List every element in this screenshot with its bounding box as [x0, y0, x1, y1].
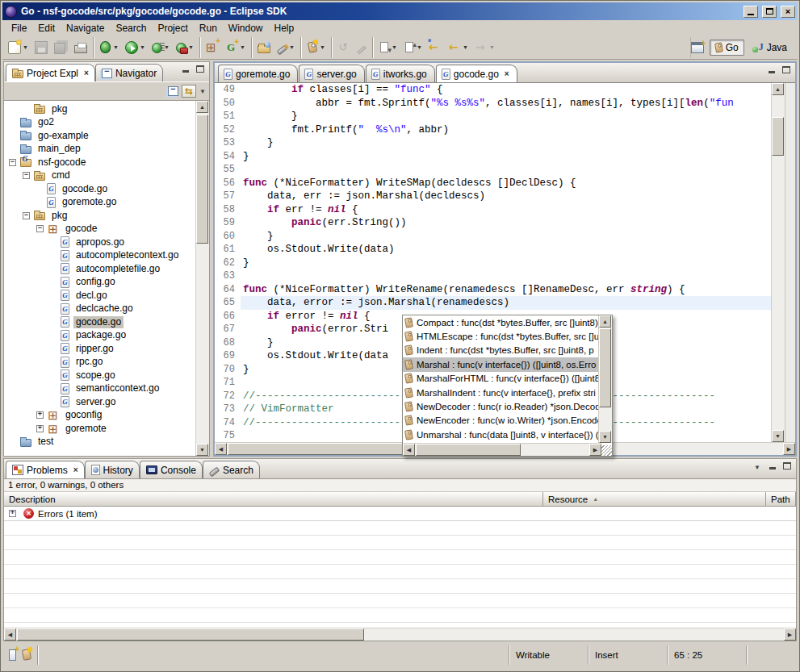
tree-item-go-example[interactable]: go-example	[4, 129, 195, 143]
perspective-go[interactable]: Go	[710, 40, 744, 56]
view-tab-project-expl[interactable]: Project Expl×	[6, 64, 95, 81]
maximize-view-button[interactable]	[780, 65, 792, 75]
open-perspective-icon[interactable]	[691, 42, 704, 53]
minimize-view-button[interactable]	[765, 65, 777, 75]
view-tab-navigator[interactable]: Navigator	[95, 64, 163, 81]
menu-edit[interactable]: Edit	[32, 21, 61, 35]
view-menu-icon[interactable]: ▼	[754, 464, 760, 471]
debug-dropdown-icon[interactable]: ▼	[113, 44, 119, 50]
new-go-application-dropdown-icon[interactable]: ▼	[240, 44, 245, 50]
menu-search[interactable]: Search	[110, 21, 152, 35]
run-button[interactable]: ▼	[122, 38, 149, 57]
completion-item[interactable]: Indent : func(dst *bytes.Buffer, src []u…	[403, 344, 598, 357]
tree-item-config-go[interactable]: config.go	[4, 276, 195, 290]
scroll-left-icon[interactable]: ◀	[4, 628, 16, 641]
tree-item-gocode-go[interactable]: gocode.go	[4, 182, 195, 196]
column-resource[interactable]: Resource▲	[543, 492, 766, 507]
tree-item-gocode[interactable]: −gocode	[4, 223, 195, 236]
scroll-down-icon[interactable]: ▼	[772, 430, 784, 442]
completion-item[interactable]: MarshalForHTML : func(v interface{}) ([]…	[403, 372, 598, 386]
collapse-toggle[interactable]: −	[9, 159, 16, 166]
popup-vertical-scrollbar[interactable]: ▲ ▼	[598, 315, 612, 443]
open-task-dropdown-icon[interactable]: ▼	[320, 44, 325, 50]
problems-hscroll-thumb[interactable]	[17, 628, 364, 641]
menu-window[interactable]: Window	[223, 21, 269, 35]
run-dropdown-icon[interactable]: ▼	[140, 44, 145, 50]
menu-help[interactable]: Help	[269, 21, 300, 35]
tree-item-go2[interactable]: go2	[4, 116, 195, 130]
column-description[interactable]: Description	[4, 492, 543, 507]
open-task-button[interactable]: ▼	[304, 38, 329, 57]
print-button[interactable]	[71, 38, 90, 57]
next-annotation-dropdown-icon[interactable]: ▼	[392, 44, 397, 50]
run-history-button[interactable]: ▼	[149, 38, 173, 57]
tree-scroll-thumb[interactable]	[196, 115, 208, 244]
tree-item-nsf-gocode[interactable]: −nsf-gocode	[4, 156, 195, 169]
link-with-editor-icon[interactable]	[182, 85, 196, 98]
scroll-right-icon[interactable]: ▶	[589, 444, 601, 456]
scroll-left-icon[interactable]: ◀	[403, 444, 415, 456]
scroll-down-icon[interactable]: ▼	[599, 431, 611, 443]
scroll-down-icon[interactable]: ▼	[196, 444, 208, 456]
back-dropdown-icon[interactable]: ▼	[463, 44, 468, 50]
completion-item[interactable]: NewDecoder : func(r io.Reader) *json.Dec…	[403, 399, 598, 413]
completion-item[interactable]: Marshal : func(v interface{}) ([]uint8, …	[403, 357, 598, 371]
view-tab-history[interactable]: History	[85, 461, 140, 478]
previous-annotation-button[interactable]: ▼	[400, 38, 425, 57]
open-resource-button[interactable]	[254, 38, 274, 57]
new-go-package-button[interactable]	[203, 38, 222, 57]
debug-button[interactable]: ▼	[96, 38, 122, 57]
next-annotation-button[interactable]: ▼	[375, 38, 400, 57]
tree-item-test[interactable]: test	[4, 436, 195, 449]
collapse-toggle[interactable]: −	[23, 172, 30, 179]
maximize-view-button[interactable]	[194, 64, 206, 74]
maximize-view-button[interactable]	[781, 461, 793, 471]
menu-file[interactable]: File	[6, 21, 32, 35]
tree-item-ripper-go[interactable]: ripper.go	[4, 342, 195, 356]
tree-item-goconfig[interactable]: +goconfig	[4, 409, 195, 423]
minimize-view-button[interactable]	[179, 64, 191, 74]
menu-navigate[interactable]: Navigate	[61, 21, 110, 35]
overview-ruler[interactable]	[785, 83, 795, 442]
close-tab-icon[interactable]: ×	[73, 466, 78, 474]
scroll-up-icon[interactable]: ▲	[196, 101, 208, 113]
completion-item[interactable]: Compact : func(dst *bytes.Buffer, src []…	[403, 315, 598, 329]
tree-item-rpc-go[interactable]: rpc.go	[4, 356, 195, 369]
editor-tab-itworks-go[interactable]: itworks.go	[366, 65, 435, 82]
popup-hscroll-thumb[interactable]	[416, 444, 521, 456]
tree-item-pkg[interactable]: pkg	[4, 102, 195, 116]
new-wizard-button[interactable]: ▼	[5, 38, 31, 57]
scroll-right-icon[interactable]: ▶	[784, 628, 796, 641]
scroll-up-icon[interactable]: ▲	[772, 83, 784, 95]
tree-item-goremote[interactable]: +goremote	[4, 422, 195, 436]
tree-item-decl-go[interactable]: decl.go	[4, 289, 195, 303]
tree-item-main-dep[interactable]: main_dep	[4, 143, 195, 157]
editor-scroll-thumb[interactable]	[772, 117, 784, 156]
column-path[interactable]: Path	[766, 492, 796, 507]
perspective-java[interactable]: Java	[747, 40, 793, 56]
external-tools-dropdown-icon[interactable]: ▼	[188, 44, 194, 50]
minimize-view-button[interactable]	[766, 461, 778, 471]
view-menu-icon[interactable]: ▼	[199, 88, 206, 95]
collapse-toggle[interactable]: −	[23, 212, 30, 219]
close-tab-icon[interactable]: ×	[84, 69, 89, 77]
close-window-button[interactable]: ×	[781, 6, 795, 18]
scroll-left-icon[interactable]: ◀	[215, 443, 227, 455]
search-button[interactable]: ▼	[274, 38, 298, 57]
completion-item[interactable]: Unmarshal : func(data []uint8, v interfa…	[403, 428, 598, 441]
collapse-all-icon[interactable]	[168, 86, 178, 96]
tree-vertical-scrollbar[interactable]: ▲ ▼	[195, 101, 209, 456]
tree-item-apropos-go[interactable]: apropos.go	[4, 236, 195, 249]
menu-project[interactable]: Project	[152, 21, 193, 35]
tree-item-autocompletecontext-go[interactable]: autocompletecontext.go	[4, 249, 195, 263]
expand-toggle[interactable]: +	[36, 425, 44, 432]
last-edit-location-button[interactable]	[425, 38, 445, 57]
tree-item-scope-go[interactable]: scope.go	[4, 369, 195, 382]
problems-horizontal-scrollbar[interactable]: ◀ ▶	[4, 628, 796, 641]
view-tab-problems[interactable]: Problems×	[6, 461, 85, 478]
minimize-window-button[interactable]	[743, 6, 758, 18]
completion-item[interactable]: NewEncoder : func(w io.Writer) *json.Enc…	[403, 414, 598, 428]
menu-run[interactable]: Run	[194, 21, 223, 35]
collapse-toggle[interactable]: −	[36, 225, 44, 232]
maximize-window-button[interactable]	[762, 6, 777, 18]
